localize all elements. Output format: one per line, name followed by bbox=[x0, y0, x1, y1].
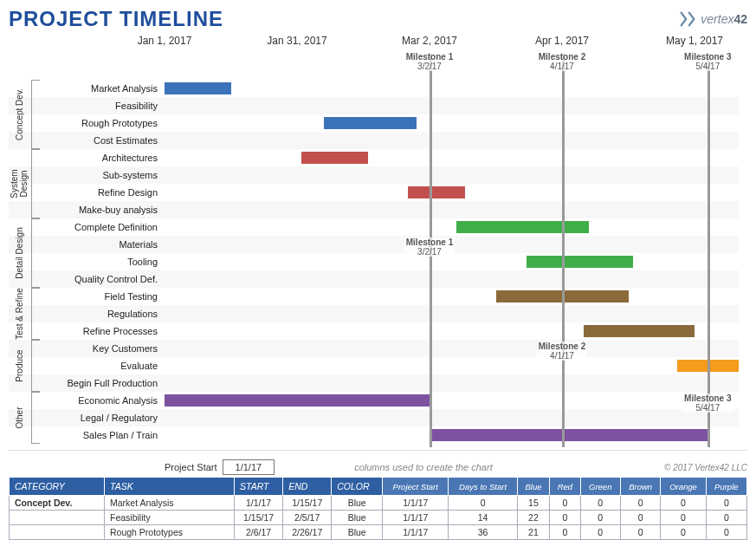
milestone-inline-label: Milestone 35/4/17 bbox=[682, 394, 733, 413]
table-calc-header: Orange bbox=[661, 478, 706, 496]
task-row: Evaluate bbox=[9, 357, 739, 374]
table-cell: 15 bbox=[517, 496, 549, 511]
table-cell: Blue bbox=[332, 525, 383, 540]
milestone-top-label: Milestone 24/1/17 bbox=[537, 52, 587, 71]
milestone-line bbox=[708, 54, 710, 447]
task-row: Key Customers bbox=[9, 340, 739, 357]
table-cell: 14 bbox=[449, 511, 517, 525]
task-row: Feasibility bbox=[9, 97, 739, 114]
table-cell: Blue bbox=[332, 496, 383, 511]
table-cell: Rough Prototypes bbox=[105, 525, 235, 540]
table-cell: 36 bbox=[449, 525, 517, 540]
section-label: Concept Dev. bbox=[15, 88, 24, 140]
table-cell: 2/26/17 bbox=[283, 525, 332, 540]
table-cell: 21 bbox=[517, 525, 549, 540]
table-cell: 0 bbox=[620, 496, 661, 511]
table-cell bbox=[10, 525, 105, 540]
section-bracket bbox=[31, 80, 40, 149]
table-header: START bbox=[235, 478, 283, 496]
task-row: Refine Design bbox=[9, 184, 739, 201]
task-row: Sales Plan / Train bbox=[9, 426, 739, 444]
milestone-inline-label: Milestone 24/1/17 bbox=[537, 342, 587, 361]
table-cell: 0 bbox=[580, 511, 620, 525]
table-calc-header: Project Start bbox=[383, 478, 449, 496]
table-cell: 2/6/17 bbox=[235, 525, 283, 540]
section-label: Other bbox=[15, 392, 24, 444]
gantt-chart: Jan 1, 2017Jan 31, 2017Mar 2, 2017Apr 1,… bbox=[9, 35, 747, 451]
table-cell: 0 bbox=[661, 496, 706, 511]
table-cell: Market Analysis bbox=[105, 496, 235, 511]
table-cell: 2/5/17 bbox=[283, 511, 332, 525]
date-tick: Mar 2, 2017 bbox=[402, 35, 457, 47]
table-row: Rough Prototypes2/6/172/26/17Blue1/1/173… bbox=[10, 525, 747, 540]
task-row: Sub-systems bbox=[9, 166, 739, 184]
section-bracket bbox=[31, 288, 40, 340]
table-cell: 0 bbox=[550, 511, 581, 525]
task-row: Begin Full Production bbox=[9, 374, 739, 392]
table-cell: Concept Dev. bbox=[10, 496, 105, 511]
table-cell: 1/1/17 bbox=[383, 496, 449, 511]
task-row: Cost Estimates bbox=[9, 132, 739, 149]
date-tick: May 1, 2017 bbox=[666, 35, 723, 47]
milestone-line bbox=[562, 54, 565, 447]
table-cell: 1/1/17 bbox=[235, 496, 283, 511]
table-cell: 0 bbox=[449, 496, 517, 511]
task-row: Rough Prototypes bbox=[9, 114, 739, 132]
table-cell: 0 bbox=[661, 511, 706, 525]
vertex42-logo: vertex42 bbox=[678, 10, 747, 29]
table-header: END bbox=[283, 478, 332, 496]
date-tick: Jan 1, 2017 bbox=[138, 35, 192, 47]
milestone-top-label: Milestone 35/4/17 bbox=[682, 52, 733, 71]
date-axis: Jan 1, 2017Jan 31, 2017Mar 2, 2017Apr 1,… bbox=[165, 35, 739, 52]
table-cell: 0 bbox=[550, 525, 581, 540]
section-label: Test & Refine bbox=[15, 288, 24, 340]
table-cell: 0 bbox=[620, 525, 661, 540]
project-start-label: Project Start bbox=[165, 462, 217, 472]
table-calc-header: Red bbox=[550, 478, 581, 496]
section-bracket bbox=[31, 149, 40, 218]
section-bracket bbox=[31, 218, 40, 288]
table-calc-header: Brown bbox=[620, 478, 661, 496]
table-cell: 1/1/17 bbox=[383, 511, 449, 525]
task-row: Tooling bbox=[9, 253, 739, 270]
data-table: CATEGORYTASKSTARTENDCOLORProject StartDa… bbox=[9, 477, 747, 540]
date-tick: Jan 31, 2017 bbox=[267, 35, 326, 47]
milestone-inline-label: Milestone 13/2/17 bbox=[404, 237, 455, 257]
section-bracket bbox=[31, 392, 40, 444]
logo-icon bbox=[678, 10, 697, 29]
section-label: System Design bbox=[10, 158, 29, 210]
table-calc-header: Blue bbox=[517, 478, 549, 496]
table-row: Feasibility1/15/172/5/17Blue1/1/17142200… bbox=[10, 511, 747, 525]
task-row: Economic Analysis bbox=[9, 392, 739, 409]
table-cell: 22 bbox=[517, 511, 549, 525]
table-header: TASK bbox=[105, 478, 235, 496]
table-cell: 0 bbox=[580, 525, 620, 540]
columns-note: columns used to create the chart bbox=[354, 462, 493, 472]
table-cell: 0 bbox=[661, 525, 706, 540]
table-cell: 1/15/17 bbox=[283, 496, 332, 511]
table-calc-header: Purple bbox=[706, 478, 746, 496]
table-cell: 1/1/17 bbox=[383, 525, 449, 540]
section-label: Detail Design bbox=[15, 227, 24, 279]
table-cell: 0 bbox=[706, 496, 746, 511]
task-row: Market Analysis bbox=[9, 80, 739, 97]
table-calc-header: Days to Start bbox=[449, 478, 517, 496]
task-row: Field Testing bbox=[9, 288, 739, 305]
milestone-top-label: Milestone 13/2/17 bbox=[404, 52, 455, 71]
table-cell: 0 bbox=[550, 496, 581, 511]
copyright: © 2017 Vertex42 LLC bbox=[664, 463, 747, 472]
task-row: Architectures bbox=[9, 149, 739, 166]
date-tick: Apr 1, 2017 bbox=[535, 35, 589, 47]
table-cell: 0 bbox=[706, 511, 746, 525]
project-start-value: 1/1/17 bbox=[223, 459, 275, 475]
chart-body: Milestone 13/2/17Milestone 24/1/17Milest… bbox=[9, 54, 739, 447]
table-header: COLOR bbox=[332, 478, 383, 496]
table-cell: Feasibility bbox=[105, 511, 235, 525]
task-row: Legal / Regulatory bbox=[9, 409, 739, 426]
task-row: Materials bbox=[9, 236, 739, 253]
table-header: CATEGORY bbox=[10, 478, 105, 496]
table-cell: 0 bbox=[580, 496, 620, 511]
task-row: Quality Control Def. bbox=[9, 270, 739, 288]
task-row: Refine Processes bbox=[9, 322, 739, 340]
table-cell: 0 bbox=[620, 511, 661, 525]
